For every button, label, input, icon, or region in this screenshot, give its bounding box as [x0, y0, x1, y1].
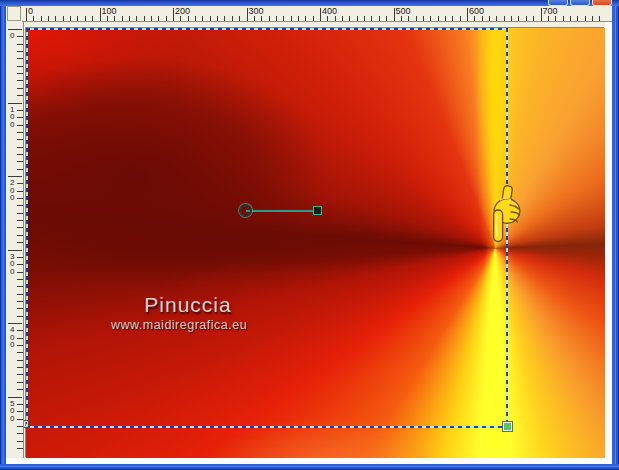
ruler-tick — [416, 16, 417, 21]
selection-edge-left[interactable] — [26, 28, 28, 428]
ruler-tick — [17, 205, 23, 206]
ruler-tick — [254, 16, 255, 21]
ruler-tick — [17, 360, 23, 361]
ruler-tick — [17, 139, 23, 140]
ruler-tick — [17, 73, 23, 74]
ruler-tick — [460, 16, 461, 21]
ruler-tick — [17, 242, 23, 243]
ruler-tick — [276, 16, 277, 21]
selection-edge-bottom[interactable] — [26, 426, 508, 428]
ruler-tick — [239, 16, 240, 21]
ruler-label: 200 — [175, 7, 190, 16]
gradient-control-line[interactable] — [246, 210, 318, 212]
ruler-tick — [408, 16, 409, 21]
ruler-label: 0 — [28, 7, 33, 16]
ruler-tick — [129, 16, 130, 21]
ruler-tick — [188, 16, 189, 21]
ruler-tick — [17, 58, 23, 59]
ruler-tick — [511, 16, 512, 21]
ruler-tick — [541, 8, 542, 21]
ruler-tick — [17, 404, 23, 405]
maximize-button[interactable] — [570, 0, 590, 6]
ruler-tick — [17, 235, 23, 236]
pointing-hand-icon — [488, 185, 524, 247]
ruler-tick — [195, 16, 196, 21]
ruler-tick — [269, 16, 270, 21]
ruler-tick — [371, 16, 372, 21]
ruler-tick — [17, 125, 23, 126]
watermark-title: Pinuccia — [115, 293, 261, 317]
ruler-tick — [17, 367, 23, 368]
ruler-tick — [210, 16, 211, 21]
ruler-tick — [17, 80, 23, 81]
ruler-tick — [70, 16, 71, 21]
ruler-tick — [17, 352, 23, 353]
window-border-right — [612, 6, 619, 464]
selection-edge-top[interactable] — [26, 28, 508, 30]
ruler-tick — [17, 169, 23, 170]
vertical-ruler[interactable]: 01 0 02 0 03 0 04 0 05 0 0 — [7, 22, 24, 458]
ruler-tick — [17, 294, 23, 295]
ruler-tick — [17, 191, 23, 192]
ruler-tick — [8, 397, 22, 398]
inner-frame-right — [605, 22, 612, 464]
ruler-tick — [17, 147, 23, 148]
ruler-tick — [438, 16, 439, 21]
ruler-tick — [17, 44, 23, 45]
horizontal-ruler[interactable]: 0100200300400500600700 — [22, 6, 612, 22]
ruler-tick — [17, 66, 23, 67]
close-button[interactable] — [592, 0, 612, 6]
ruler-tick — [17, 154, 23, 155]
ruler-tick — [100, 8, 101, 21]
ruler-tick — [41, 16, 42, 21]
ruler-tick — [48, 16, 49, 21]
ruler-label: 400 — [322, 7, 337, 16]
ruler-tick — [8, 176, 22, 177]
ruler-tick — [17, 220, 23, 221]
minimize-button[interactable] — [548, 0, 568, 6]
ruler-tick — [298, 16, 299, 21]
ruler-tick — [17, 161, 23, 162]
ruler-tick — [17, 183, 23, 184]
ruler-tick — [17, 316, 23, 317]
ruler-tick — [17, 286, 23, 287]
ruler-tick — [401, 16, 402, 21]
ruler-tick — [496, 16, 497, 21]
ruler-tick — [599, 16, 600, 21]
ruler-tick — [335, 16, 336, 21]
ruler-label: 100 — [102, 7, 117, 16]
ruler-tick — [158, 16, 159, 21]
ruler-tick — [17, 441, 23, 442]
ruler-tick — [17, 382, 23, 383]
ruler-tick — [173, 8, 174, 21]
ruler-tick — [555, 16, 556, 21]
ruler-tick — [114, 16, 115, 21]
selection-handle-bottom-right[interactable] — [503, 422, 512, 431]
ruler-tick — [17, 95, 23, 96]
ruler-tick — [17, 36, 23, 37]
ruler-tick — [320, 8, 321, 21]
ruler-tick — [430, 16, 431, 21]
ruler-tick — [526, 16, 527, 21]
ruler-tick — [17, 345, 23, 346]
ruler-tick — [144, 16, 145, 21]
ruler-tick — [577, 16, 578, 21]
ruler-tick — [224, 16, 225, 21]
ruler-tick — [570, 16, 571, 21]
ruler-tick — [592, 16, 593, 21]
ruler-tick — [92, 16, 93, 21]
ruler-label: 600 — [469, 7, 484, 16]
ruler-tick — [379, 16, 380, 21]
square-endpoint-handle[interactable] — [313, 206, 322, 215]
ruler-tick — [8, 103, 22, 104]
ruler-tick — [482, 16, 483, 21]
circle-endpoint-handle[interactable] — [239, 204, 252, 217]
ruler-tick — [17, 433, 23, 434]
ruler-tick — [518, 16, 519, 21]
ruler-tick — [474, 16, 475, 21]
image-canvas[interactable]: Pinuccia www.maidiregrafica.eu — [26, 28, 605, 458]
ruler-tick — [305, 16, 306, 21]
ruler-tick — [17, 301, 23, 302]
ruler-tick — [386, 16, 387, 21]
window-border-bottom — [0, 464, 619, 470]
